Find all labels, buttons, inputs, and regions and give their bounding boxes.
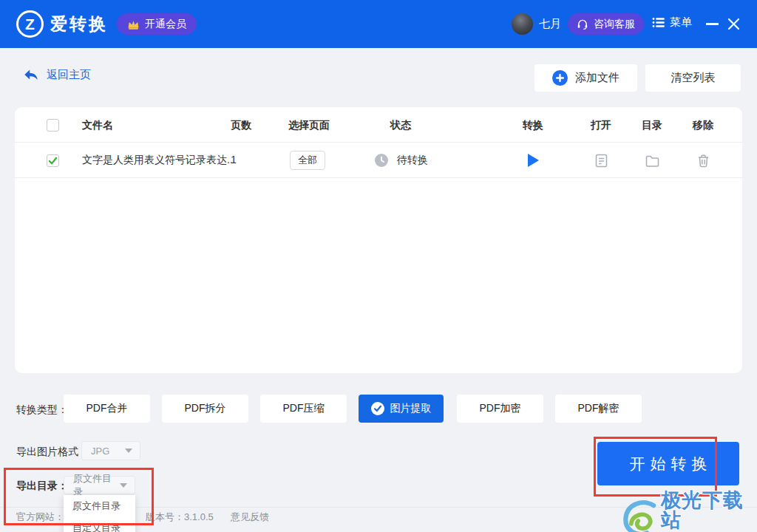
- col-page-select: 选择页面: [288, 119, 330, 132]
- chevron-down-icon: [120, 483, 127, 488]
- minimize-icon[interactable]: [706, 23, 719, 25]
- export-dir-dropdown: 原文件目录 自定义目录: [64, 495, 135, 532]
- watermark-swirl-icon: [619, 498, 659, 532]
- logo-letter: Z: [25, 16, 35, 33]
- app-window: Z 爱转换 开通会员 七月 咨询客服: [0, 0, 757, 532]
- support-button-label: 咨询客服: [594, 18, 635, 31]
- row-checkbox[interactable]: [47, 154, 59, 167]
- type-label: PDF解密: [578, 402, 619, 415]
- type-pdf-split[interactable]: PDF拆分: [162, 395, 248, 423]
- type-label: 图片提取: [390, 402, 432, 415]
- vip-button[interactable]: 开通会员: [117, 13, 197, 35]
- export-format-select[interactable]: JPG: [81, 441, 140, 460]
- avatar[interactable]: [512, 13, 533, 35]
- version-label: 版本号：3.1.0.5: [146, 511, 214, 524]
- watermark-site-name: 极光下载站: [661, 491, 757, 531]
- type-image-extract[interactable]: 图片提取: [359, 395, 444, 423]
- crown-icon: [127, 19, 140, 30]
- vip-button-label: 开通会员: [145, 18, 186, 31]
- chevron-down-icon: [125, 449, 132, 453]
- add-file-label: 添加文件: [575, 71, 619, 85]
- select-all-checkbox[interactable]: [47, 119, 59, 132]
- export-dir-label: 导出目录：: [16, 480, 68, 493]
- cell-pages: 1: [231, 154, 237, 166]
- open-directory-icon[interactable]: [645, 153, 660, 168]
- start-convert-button[interactable]: 开始转换: [597, 442, 739, 485]
- username: 七月: [539, 17, 561, 31]
- clock-icon: [375, 154, 388, 167]
- check-circle-icon: [371, 402, 384, 415]
- export-format-value: JPG: [82, 446, 125, 457]
- type-label: PDF拆分: [185, 402, 226, 415]
- col-pages: 页数: [231, 119, 251, 132]
- cell-status: 待转换: [397, 154, 428, 167]
- col-open: 打开: [591, 119, 611, 132]
- play-convert-icon[interactable]: [528, 154, 539, 167]
- close-icon[interactable]: [727, 17, 741, 31]
- headset-icon: [577, 18, 588, 30]
- clear-list-button[interactable]: 清空列表: [645, 64, 741, 92]
- type-label: PDF加密: [480, 402, 521, 415]
- official-website-label[interactable]: 官方网站：i: [16, 511, 67, 524]
- open-file-icon[interactable]: [594, 153, 609, 168]
- type-label: PDF压缩: [283, 402, 325, 415]
- back-home-label: 返回主页: [47, 68, 91, 82]
- plus-circle-icon: [552, 70, 568, 86]
- table-row: 文字是人类用表义符号记录表达... 1 全部 待转换: [15, 143, 742, 178]
- col-directory: 目录: [642, 119, 662, 132]
- type-pdf-merge[interactable]: PDF合并: [64, 395, 150, 423]
- menu-label: 菜单: [670, 16, 692, 30]
- support-button[interactable]: 咨询客服: [568, 13, 644, 35]
- file-table: 文件名 页数 选择页面 状态 转换 打开 目录 移除 文字是人类用表义符号记录表…: [15, 107, 742, 373]
- type-pdf-decrypt[interactable]: PDF解密: [555, 395, 642, 423]
- export-format-label: 导出图片格式：: [16, 446, 89, 459]
- add-file-button[interactable]: 添加文件: [534, 64, 637, 92]
- type-label: PDF合并: [86, 402, 128, 415]
- menu-list-icon: [652, 17, 665, 28]
- convert-type-label: 转换类型：: [16, 403, 68, 417]
- col-filename: 文件名: [82, 119, 113, 132]
- page-select-button[interactable]: 全部: [290, 151, 325, 170]
- type-pdf-compress[interactable]: PDF压缩: [260, 395, 347, 423]
- col-status: 状态: [390, 119, 411, 132]
- col-convert: 转换: [523, 119, 543, 132]
- table-header-row: 文件名 页数 选择页面 状态 转换 打开 目录 移除: [15, 107, 742, 143]
- feedback-link[interactable]: 意见反馈: [231, 511, 269, 524]
- dropdown-option-custom-dir[interactable]: 自定义目录: [64, 517, 135, 532]
- menu-button[interactable]: 菜单: [652, 16, 692, 30]
- title-bar: Z 爱转换 开通会员 七月 咨询客服: [0, 0, 757, 48]
- col-remove: 移除: [693, 119, 713, 132]
- remove-file-icon[interactable]: [696, 153, 711, 168]
- back-home-link[interactable]: 返回主页: [22, 66, 91, 83]
- dropdown-option-source-dir[interactable]: 原文件目录: [64, 495, 135, 517]
- back-arrow-icon: [22, 66, 40, 83]
- cell-filename: 文字是人类用表义符号记录表达...: [82, 154, 236, 167]
- watermark: 极光下载站 www.xz7.com: [619, 491, 757, 532]
- type-pdf-encrypt[interactable]: PDF加密: [457, 395, 543, 423]
- app-title: 爱转换: [50, 13, 108, 35]
- app-logo: Z: [16, 10, 44, 38]
- clear-list-label: 清空列表: [671, 71, 716, 85]
- export-dir-select[interactable]: 原文件目录: [64, 476, 135, 494]
